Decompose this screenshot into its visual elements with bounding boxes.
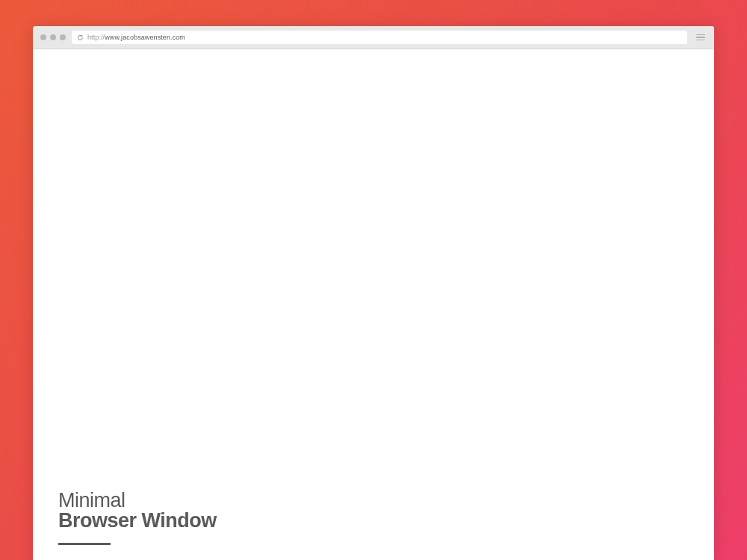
refresh-icon[interactable] xyxy=(76,34,84,41)
close-button[interactable] xyxy=(40,34,46,40)
content-title-block: Minimal Browser Window xyxy=(58,490,217,545)
browser-content: Minimal Browser Window xyxy=(33,49,714,560)
title-line-2: Browser Window xyxy=(58,510,217,532)
url-text: http://www.jacobsawensten.com xyxy=(87,34,185,41)
title-line-1: Minimal xyxy=(58,490,217,512)
maximize-button[interactable] xyxy=(60,34,66,40)
browser-window: http://www.jacobsawensten.com Minimal Br… xyxy=(33,26,714,560)
address-bar[interactable]: http://www.jacobsawensten.com xyxy=(72,31,687,44)
title-underline xyxy=(58,543,111,545)
hamburger-menu-icon[interactable] xyxy=(696,33,707,42)
traffic-lights xyxy=(40,34,66,40)
minimize-button[interactable] xyxy=(50,34,56,40)
browser-toolbar: http://www.jacobsawensten.com xyxy=(33,26,714,49)
